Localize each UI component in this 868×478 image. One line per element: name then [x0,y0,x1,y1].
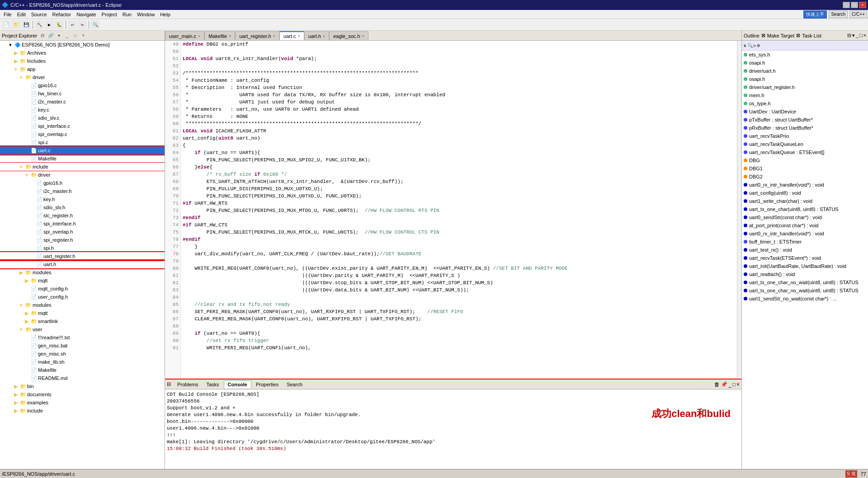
outline-item[interactable]: uart_init(UartBautRate, UartBautRate) : … [742,262,868,270]
outline-item[interactable]: pRxBuffer : struct UartBuffer* [742,124,868,132]
tree-makefile-app[interactable]: 📄 Makefile [0,366,165,374]
outline-item[interactable]: uart_reattach() : void [742,270,868,278]
outline-menu-icon[interactable]: ▾ [852,33,855,38]
menu-run[interactable]: Run [120,11,134,18]
menu-source[interactable]: Source [28,11,50,18]
outline-item[interactable]: os_type.h [742,99,868,108]
make-target-title[interactable]: Make Target [767,33,794,38]
outline-item[interactable]: uart_tx_one_char(uint8, uint8) : STATUS [742,205,868,213]
code-area[interactable]: #define DBG2 os_printfLOCAL void uart0_r… [181,41,737,379]
console-minimize-icon[interactable]: _ [728,381,731,388]
project-tree[interactable]: ▾ 🔷 ESP8266_NOS [ESP8266_NOS Demo] ▶ 📁 A… [0,41,165,469]
undo-button[interactable]: ↩ [68,20,77,29]
tab-uart-register-h[interactable]: uart_register.h × [235,31,279,40]
tab-close-uart-c[interactable]: × [298,34,300,38]
menu-project[interactable]: Project [99,11,120,18]
tab-tasks[interactable]: Tasks [203,381,222,388]
open-button[interactable]: 📁 [12,20,21,29]
tree-spic[interactable]: 📄 spi.c [0,138,165,146]
new-button[interactable]: 📄 [2,20,11,29]
console-close-icon[interactable]: × [736,381,740,388]
window-controls[interactable]: _ □ × [843,2,866,8]
outline-item[interactable]: uart_config(uint8) : void [742,189,868,197]
menu-window[interactable]: Window [134,11,157,18]
outline-item[interactable]: osapi.h [742,59,868,67]
tree-hwtimerc[interactable]: 📄 hw_timer.c [0,89,165,98]
outline-close-icon[interactable]: × [863,33,866,38]
menu-refactor[interactable]: Refactor [50,11,74,18]
outline-item[interactable]: uart1_sendStr_no_wait(const char*) : ... [742,295,868,303]
tree-app[interactable]: ▾ 📁 app [0,65,165,73]
tree-uarth[interactable]: 📄 uart.h [0,260,165,268]
task-list-title[interactable]: Task List [802,33,821,38]
outline-item[interactable]: driver/uart.h [742,67,868,75]
tab-user-main-c[interactable]: user_main.c × [165,31,204,40]
tab-uart-h[interactable]: uart.h × [304,31,329,40]
outline-item[interactable]: at_port_print(const char*) : void [742,221,868,230]
outline-tool-3[interactable]: ▷ [754,43,756,48]
redo-button[interactable]: ↪ [78,20,87,29]
collapse-all-icon[interactable]: ⊟ [39,32,46,39]
scrollbar-vertical[interactable] [737,41,741,379]
panel-menu-icon[interactable]: ▾ [55,32,62,39]
outline-item[interactable]: uart_tx_one_char_no_wait(uint8, uint8) :… [742,278,868,286]
run-button[interactable]: ▶ [45,20,54,29]
outline-tool-4[interactable]: ⚙ [757,43,760,48]
tab-close-uart-h[interactable]: × [323,34,325,38]
tab-close-makefile[interactable]: × [229,34,231,38]
tree-keyh[interactable]: 📄 key.h [0,195,165,203]
tree-project-root[interactable]: ▾ 🔷 ESP8266_NOS [ESP8266_NOS Demo] [0,41,165,49]
tree-modules-folder[interactable]: ▶ 📁 modules [0,268,165,276]
outline-item[interactable]: uart0_rx_intr_handler(void*) : void [742,230,868,238]
outline-item[interactable]: UartDev : UartDevice [742,108,868,116]
tree-spi-register-h[interactable]: 📄 spi_register.h [0,236,165,244]
tree-make-lib-sh[interactable]: 📄 make_lib.sh [0,358,165,366]
perspective-button[interactable]: C/C++ [849,10,867,18]
tree-i2c-master-h[interactable]: 📄 i2c_master.h [0,187,165,195]
tree-spih[interactable]: 📄 spi.h [0,244,165,252]
outline-item[interactable]: uart_test_rx() : void [742,246,868,254]
tree-documents-folder[interactable]: ▶ 📁 documents [0,390,165,398]
outline-item[interactable]: DBG2 [742,173,868,181]
tree-examples-folder[interactable]: ▶ 📁 examples [0,398,165,407]
outline-item[interactable]: buff_timer_t : ETSTimer [742,238,868,246]
tree-keyc[interactable]: 📄 key.c [0,106,165,114]
tree-gpio16c[interactable]: 📄 gpio16.c [0,81,165,89]
tree-modules2-folder[interactable]: ▾ 📁 modules [0,301,165,309]
outline-collapse-icon[interactable]: ⊟ [847,33,851,38]
tree-user-folder[interactable]: ▾ 📁 user [0,325,165,333]
minimize-button[interactable]: _ [843,2,850,8]
tab-properties[interactable]: Properties [252,381,282,388]
outline-tool-2[interactable]: 🔍 [747,43,753,48]
tree-slc-register-h[interactable]: 📄 slc_register.h [0,211,165,220]
tree-uartc[interactable]: 📄 uart.c [0,146,165,155]
tab-uart-c[interactable]: uart.c × [279,31,304,40]
tree-gen-misc-bat[interactable]: 📄 gen_misc.bat [0,342,165,350]
tree-driver-h-folder[interactable]: ▾ 📁 driver [0,171,165,179]
outline-item[interactable]: uart_recvTaskQueueLen [742,140,868,148]
outline-item[interactable]: driver/uart_register.h [742,83,868,91]
tab-search[interactable]: Search [283,381,306,388]
outline-item[interactable]: pTxBuffer : struct UartBuffer* [742,116,868,124]
tab-close-eagle-soc-h[interactable]: × [362,34,364,38]
tree-mqtt-config-h[interactable]: 📄 mqtt_config.h [0,285,165,293]
tree-archives[interactable]: ▶ 📁 Archives [0,49,165,57]
tree-smartlink-folder[interactable]: ▶ 📁 smartlink [0,317,165,325]
outline-item[interactable]: ets_sys.h [742,51,868,59]
tree-mqtt-folder[interactable]: ▶ 📁 mqtt [0,276,165,285]
tree-spi-overlap-h[interactable]: 📄 spi_overlap.h [0,228,165,236]
debug-button[interactable]: 🐛 [55,20,64,29]
tree-i2c-master-c[interactable]: 📄 i2c_master.c [0,98,165,106]
tree-include-folder[interactable]: ▾ 📁 include [0,163,165,171]
panel-close-icon[interactable]: × [80,32,87,39]
outline-item[interactable]: uart0_sendStr(const char*) : void [742,213,868,221]
menu-edit[interactable]: Edit [14,11,28,18]
search-button[interactable]: Search [829,10,848,18]
tab-eagle-soc-h[interactable]: eagle_soc.h × [329,31,368,40]
tree-driver[interactable]: ▾ 📁 driver [0,73,165,81]
tab-problems[interactable]: Problems [174,381,202,388]
quick-access-button[interactable]: 快速上手 [803,10,827,19]
tree-sdio-slvh[interactable]: 📄 sdio_slv.h [0,203,165,211]
maximize-button[interactable]: □ [851,2,858,8]
outline-item[interactable]: uart1_write_char(char) : void [742,197,868,205]
